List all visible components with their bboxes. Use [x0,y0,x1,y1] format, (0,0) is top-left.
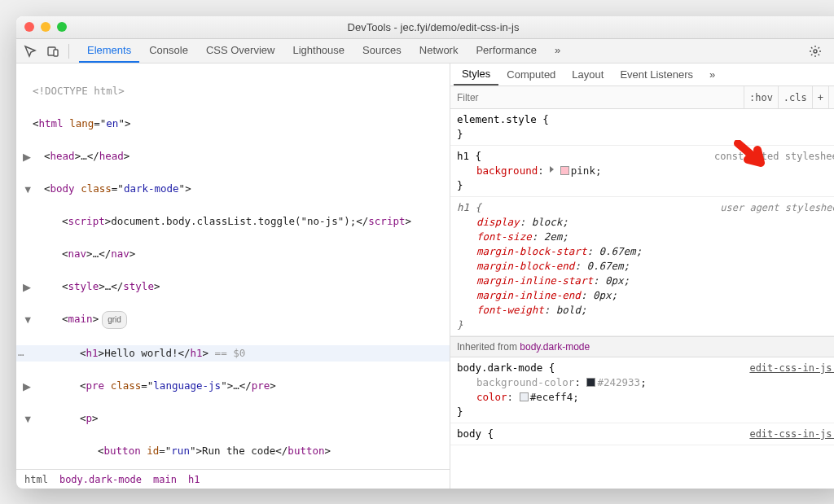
subtab-computed[interactable]: Computed [498,64,564,85]
devtools-window: DevTools - jec.fyi/demo/edit-css-in-js E… [16,16,834,489]
expand-icon[interactable] [550,166,554,173]
color-swatch-icon[interactable] [560,166,569,175]
styles-list: element.style { } constructed stylesheet… [450,109,834,489]
subtab-styles[interactable]: Styles [454,64,498,85]
origin-link[interactable]: edit-css-in-js:1 [749,427,834,441]
subtab-layout[interactable]: Layout [564,64,612,85]
tab-lighthouse[interactable]: Lighthouse [284,39,353,63]
new-style-icon[interactable]: + [812,86,828,108]
tab-performance[interactable]: Performance [467,39,544,63]
subtabs-overflow-icon[interactable]: » [701,64,723,85]
computed-toggle-icon[interactable] [828,86,834,108]
color-swatch-icon[interactable] [586,378,595,387]
zoom-icon[interactable] [57,22,67,32]
rule-element-style[interactable]: element.style { } [450,109,834,146]
rule-h1-ua: user agent stylesheet h1 { display: bloc… [450,197,834,336]
crumb-html[interactable]: html [24,474,48,485]
filter-input[interactable] [450,92,744,103]
origin-link[interactable]: edit-css-in-js:1 [749,361,834,375]
crumb-body[interactable]: body.dark-mode [59,474,142,485]
subtab-event-listeners[interactable]: Event Listeners [612,64,701,85]
inherited-from: Inherited from body.dark-mode [450,336,834,357]
window-controls [24,22,67,32]
elements-panel: <!DOCTYPE html> <html lang="en"> ▶<head>… [16,64,450,489]
ellipsis-icon[interactable]: ⋯ [18,347,24,363]
inspect-icon[interactable] [21,42,39,60]
styles-panel: Styles Computed Layout Event Listeners »… [450,64,834,489]
color-swatch-icon[interactable] [520,392,529,401]
crumb-h1[interactable]: h1 [188,474,200,485]
titlebar: DevTools - jec.fyi/demo/edit-css-in-js [16,16,834,39]
tab-elements[interactable]: Elements [79,39,139,63]
rule-h1-constructed[interactable]: constructed stylesheet h1 { background: … [450,146,834,197]
origin-ua: user agent stylesheet [720,200,834,215]
panel-tabs: Elements Console CSS Overview Lighthouse… [79,39,568,63]
crumb-main[interactable]: main [153,474,177,485]
rule-body[interactable]: edit-css-in-js:1 body { [450,423,834,445]
close-icon[interactable] [24,22,34,32]
selected-node[interactable]: ⋯<h1>Hello world!</h1> == $0 [16,345,450,362]
tab-network[interactable]: Network [411,39,467,63]
device-toggle-icon[interactable] [44,42,62,60]
cls-toggle[interactable]: .cls [778,86,812,108]
divider [68,44,69,59]
tab-css-overview[interactable]: CSS Overview [198,39,283,63]
grid-badge[interactable]: grid [102,311,127,329]
main-toolbar: Elements Console CSS Overview Lighthouse… [16,39,834,64]
settings-icon[interactable] [806,42,824,60]
dom-tree[interactable]: <!DOCTYPE html> <html lang="en"> ▶<head>… [16,64,450,469]
tab-console[interactable]: Console [141,39,196,63]
annotation-arrow-icon [733,140,770,173]
tabs-overflow-icon[interactable]: » [546,39,568,63]
doctype: <!DOCTYPE html> [33,85,125,97]
more-icon[interactable] [827,42,834,60]
svg-point-2 [814,50,817,53]
tab-sources[interactable]: Sources [354,39,410,63]
styles-filter-bar: :hov .cls + [450,86,834,109]
main-split: <!DOCTYPE html> <html lang="en"> ▶<head>… [16,64,834,489]
svg-rect-1 [54,50,58,56]
sidebar-tabs: Styles Computed Layout Event Listeners » [450,64,834,86]
rule-body-dark[interactable]: edit-css-in-js:1 body.dark-mode { backgr… [450,357,834,423]
hov-toggle[interactable]: :hov [744,86,778,108]
minimize-icon[interactable] [41,22,50,32]
breadcrumb[interactable]: html body.dark-mode main h1 [16,469,450,489]
window-title: DevTools - jec.fyi/demo/edit-css-in-js [348,21,520,33]
